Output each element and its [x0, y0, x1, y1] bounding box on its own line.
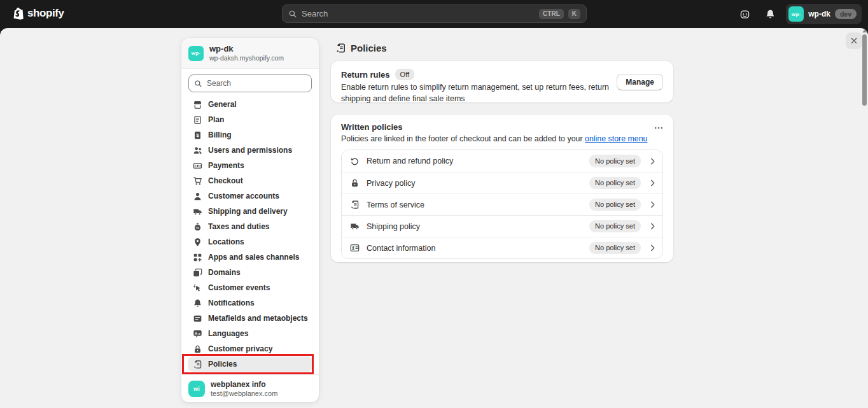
return-rules-description: Enable return rules to simplify return m… — [341, 82, 629, 104]
store-switcher[interactable]: wp- wp-dk wp-daksh.myshopify.com — [181, 38, 319, 69]
languages-icon: Aa — [193, 329, 202, 339]
sidebar-item-label: Customer privacy — [208, 344, 272, 353]
taxes-icon: % — [193, 222, 202, 232]
page-scrollbar[interactable] — [862, 28, 868, 408]
policies-icon — [350, 200, 360, 209]
settings-search-input[interactable] — [207, 79, 306, 88]
sidebar-item-label: Plan — [208, 115, 224, 124]
return-policy-icon — [350, 157, 360, 166]
policy-row-return-and-refund-policy[interactable]: Return and refund policyNo policy set — [342, 150, 662, 172]
notifications-button[interactable] — [760, 4, 780, 24]
truck-icon — [193, 207, 202, 216]
sidekick-button[interactable] — [735, 4, 754, 24]
sidebar-item-label: Customer accounts — [208, 192, 279, 200]
sidebar-item-customer-privacy[interactable]: Customer privacy — [188, 341, 312, 356]
settings-search-bar[interactable] — [188, 74, 312, 92]
close-icon — [850, 36, 858, 45]
sidebar-item-label: Apps and sales channels — [208, 253, 299, 262]
page-header: Policies — [335, 43, 387, 53]
policy-row-shipping-policy[interactable]: Shipping policyNo policy set — [342, 215, 662, 237]
cart-icon — [193, 176, 202, 186]
sidebar-item-policies[interactable]: Policies — [188, 356, 312, 372]
sidebar-item-domains[interactable]: Domains — [188, 265, 312, 280]
chevron-right-icon — [648, 243, 657, 253]
shopify-wordmark: shopify — [27, 7, 64, 20]
return-rules-title: Return rules — [341, 70, 390, 80]
policy-status-badge: No policy set — [589, 242, 641, 254]
sidebar-item-apps-and-sales-channels[interactable]: Apps and sales channels — [188, 250, 312, 265]
sidebar-item-customer-accounts[interactable]: Customer accounts — [188, 188, 312, 204]
users-icon — [193, 146, 202, 155]
scrollbar-thumb[interactable] — [862, 34, 867, 106]
dev-badge: dev — [835, 9, 857, 19]
domains-icon — [193, 268, 202, 278]
close-settings-button[interactable] — [846, 32, 862, 49]
sidebar-item-notifications[interactable]: Notifications — [188, 295, 312, 311]
global-search-bar[interactable]: CTRL K — [282, 4, 587, 23]
sidebar-item-billing[interactable]: $Billing — [188, 127, 312, 143]
sidebar-item-locations[interactable]: Locations — [188, 234, 312, 250]
sidebar-item-label: Locations — [208, 237, 244, 246]
policies-icon — [335, 43, 346, 53]
policy-label: Shipping policy — [367, 222, 420, 231]
store-domain: wp-daksh.myshopify.com — [209, 54, 284, 62]
shopify-bag-icon — [13, 7, 24, 20]
truck-icon — [350, 222, 360, 231]
sidebar-item-shipping-and-delivery[interactable]: Shipping and delivery — [188, 204, 312, 219]
policy-row-terms-of-service[interactable]: Terms of serviceNo policy set — [342, 193, 662, 215]
sidebar-item-languages[interactable]: AaLanguages — [188, 326, 312, 341]
storefront-icon — [193, 100, 202, 109]
contact-card-icon — [350, 243, 360, 253]
sidebar-item-customer-events[interactable]: Customer events — [188, 280, 312, 295]
sidebar-item-taxes-and-duties[interactable]: %Taxes and duties — [188, 219, 312, 234]
store-name-label: wp-dk — [808, 10, 830, 18]
sidebar-item-payments[interactable]: Payments — [188, 158, 312, 173]
payments-icon — [193, 161, 202, 171]
billing-icon: $ — [193, 130, 202, 140]
person-icon — [193, 192, 202, 201]
sidebar-item-label: General — [208, 100, 237, 109]
return-rules-card: Return rules Off Enable return rules to … — [331, 61, 673, 102]
store-name: wp-dk — [209, 44, 284, 54]
account-name: webplanex info — [211, 380, 277, 390]
sidebar-item-plan[interactable]: Plan — [188, 112, 312, 127]
policy-label: Return and refund policy — [367, 157, 453, 165]
sidebar-item-label: Metafields and metaobjects — [208, 314, 308, 323]
sidebar-item-label: Checkout — [208, 176, 243, 185]
three-dots-icon — [654, 123, 664, 133]
store-menu-button[interactable]: wp- wp-dk dev — [786, 4, 862, 24]
policy-row-privacy-policy[interactable]: Privacy policyNo policy set — [342, 172, 662, 193]
metafields-icon — [193, 314, 202, 323]
bell-icon — [765, 9, 776, 20]
sidebar-item-label: Domains — [208, 268, 241, 277]
sidebar-item-label: Payments — [208, 161, 244, 170]
global-search-input[interactable] — [302, 9, 535, 18]
settings-nav-list: GeneralPlan$BillingUsers and permissions… — [181, 92, 319, 374]
settings-page-surface: wp- wp-dk wp-daksh.myshopify.com General… — [0, 28, 868, 408]
sidebar-item-label: Users and permissions — [208, 146, 292, 155]
chevron-right-icon — [648, 222, 657, 231]
sidebar-item-general[interactable]: General — [188, 97, 312, 112]
sidebar-item-label: Shipping and delivery — [208, 207, 288, 216]
written-policies-list: Return and refund policyNo policy setPri… — [341, 150, 663, 259]
sidebar-item-checkout[interactable]: Checkout — [188, 173, 312, 188]
manage-button[interactable]: Manage — [617, 74, 663, 90]
search-icon — [194, 80, 202, 88]
online-store-menu-link[interactable]: online store menu — [585, 134, 648, 143]
page-title: Policies — [351, 43, 387, 53]
lock-icon — [350, 178, 360, 188]
written-policies-title: Written policies — [341, 122, 403, 132]
account-avatar: wi — [188, 381, 205, 397]
chevron-right-icon — [648, 178, 657, 188]
sidebar-item-metafields-and-metaobjects[interactable]: Metafields and metaobjects — [188, 311, 312, 326]
policy-row-contact-information[interactable]: Contact informationNo policy set — [342, 237, 662, 258]
scrollbar-up-arrow-icon[interactable] — [862, 29, 867, 32]
return-rules-status-badge: Off — [395, 69, 414, 80]
shortcut-ctrl-key: CTRL — [539, 9, 564, 19]
written-policies-menu-button[interactable] — [650, 120, 667, 136]
shopify-logo[interactable]: shopify — [13, 7, 64, 20]
topbar-right-cluster: wp- wp-dk dev — [735, 4, 862, 24]
sidebar-item-users-and-permissions[interactable]: Users and permissions — [188, 143, 312, 158]
topbar: shopify CTRL K wp- wp-dk dev — [0, 0, 868, 28]
account-row[interactable]: wi webplanex info test@webplanex.com — [181, 374, 319, 405]
